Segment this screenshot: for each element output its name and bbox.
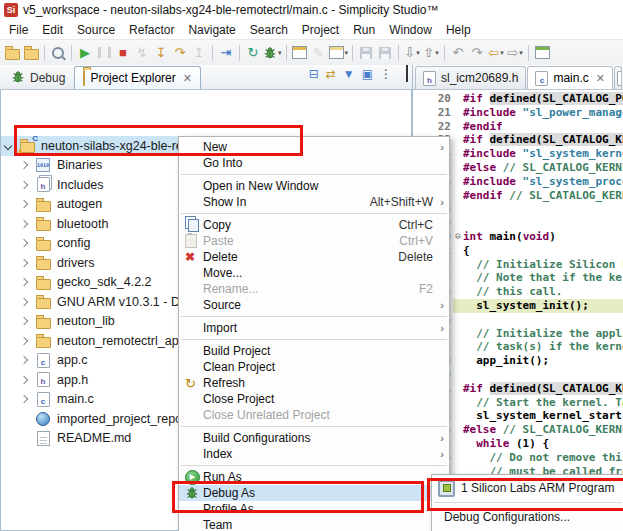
search-icon[interactable] [49, 43, 67, 63]
stop-icon[interactable]: ■ [114, 43, 132, 63]
submenu-item-debug-configurations[interactable]: Debug Configurations... [432, 506, 623, 528]
menu-run[interactable]: Run [346, 21, 382, 39]
debug-icon[interactable]: ▾ [263, 43, 282, 63]
chevron-right-icon[interactable] [20, 376, 28, 384]
new-wizard-icon[interactable]: ▾ [329, 43, 349, 63]
editor-tab-stub[interactable]: c [614, 66, 622, 89]
editor-tab-sl-icm20689-h[interactable]: hsl_icm20689.h [415, 66, 526, 89]
back-icon[interactable]: ⇦▾ [487, 43, 505, 63]
edit-icon[interactable]: ✎ [310, 43, 328, 63]
menu-item-open-in-new-window[interactable]: Open in New Window [179, 178, 449, 194]
build-folder-icon[interactable] [22, 43, 40, 63]
launch-icon[interactable]: ↻ [244, 43, 262, 63]
chevron-down-icon[interactable] [4, 142, 12, 150]
chevron-right-icon[interactable] [20, 298, 28, 306]
step-over-icon[interactable]: ↷ [171, 43, 189, 63]
menu-item-rename[interactable]: Rename...F2 [179, 281, 449, 297]
chevron-right-icon[interactable] [20, 239, 28, 247]
menu-item-go-into[interactable]: Go Into [179, 155, 449, 171]
tab-project-explorer[interactable]: Project Explorer✕ [74, 66, 201, 89]
menu-item-move[interactable]: Move... [179, 265, 449, 281]
chevron-right-icon[interactable] [20, 395, 28, 403]
chevron-right-icon[interactable] [20, 337, 28, 345]
menu-edit[interactable]: Edit [35, 21, 70, 39]
menu-item-copy[interactable]: CopyCtrl+C [179, 217, 449, 233]
save-icon[interactable] [357, 43, 375, 63]
pause-icon[interactable] [95, 43, 113, 63]
menu-source[interactable]: Source [70, 21, 122, 39]
chevron-right-icon[interactable] [20, 317, 28, 325]
toolbar-separator [239, 45, 240, 61]
menu-item-close-project[interactable]: Close Project [179, 391, 449, 407]
chevron-right-icon[interactable] [20, 181, 28, 189]
open-perspective-icon[interactable] [291, 43, 309, 63]
back-history-icon[interactable]: ↶ [449, 43, 467, 63]
editor-tab-main-c[interactable]: cmain.c✕ [527, 66, 613, 89]
code-text [463, 216, 623, 230]
menu-item-clean-project[interactable]: Clean Project [179, 359, 449, 375]
step-return-icon[interactable]: ↥ [190, 43, 208, 63]
fold-column [453, 133, 463, 147]
menu-item-new[interactable]: New› [179, 139, 449, 155]
menu-item-show-in[interactable]: Show InAlt+Shift+W› [179, 194, 449, 210]
import-icon[interactable]: ⇩▾ [403, 43, 421, 63]
menu-item-delete[interactable]: ✖DeleteDelete [179, 249, 449, 265]
export-icon[interactable]: ⇧▾ [422, 43, 440, 63]
close-icon[interactable]: ✕ [183, 72, 192, 85]
menu-item-label: Debug As [203, 486, 433, 500]
menu-item-build-configurations[interactable]: Build Configurations› [179, 430, 449, 446]
fold-column [453, 313, 463, 327]
maximize-icon[interactable] [406, 68, 408, 80]
menu-item-label: Open in New Window [203, 179, 433, 193]
resume-icon[interactable]: ▶ [76, 43, 94, 63]
open-folder-icon[interactable] [3, 43, 21, 63]
chevron-right-icon[interactable] [20, 161, 28, 169]
collapse-all-icon[interactable]: ⊟ [309, 68, 319, 80]
folder-icon [35, 236, 51, 251]
code-line-27: 27#endif // SL_CATALOG_KERNEL_PRESENT [429, 189, 623, 203]
menu-window[interactable]: Window [382, 21, 439, 39]
chevron-right-icon[interactable] [20, 356, 28, 364]
chevron-right-icon[interactable] [20, 200, 28, 208]
menu-item-refresh[interactable]: ↻Refresh [179, 375, 449, 391]
menu-project[interactable]: Project [295, 21, 346, 39]
code-line-41: 41#if defined(SL_CATALOG_KERNEL_PRESENT) [429, 382, 623, 396]
menu-item-close-unrelated-project[interactable]: Close Unrelated Project [179, 407, 449, 423]
submenu-arrow-icon: › [440, 141, 444, 153]
menu-navigate[interactable]: Navigate [181, 21, 242, 39]
new-window-icon[interactable] [533, 43, 551, 63]
view-menu-icon[interactable]: ⋮ [380, 68, 392, 80]
menu-item-build-project[interactable]: Build Project [179, 343, 449, 359]
chevron-right-icon[interactable] [20, 259, 28, 267]
menu-item-profile-as[interactable]: Profile As› [179, 501, 449, 517]
menu-help[interactable]: Help [439, 21, 478, 39]
chevron-right-icon[interactable] [20, 220, 28, 228]
step-into-icon[interactable]: ↧ [152, 43, 170, 63]
fold-marker-icon[interactable]: ⊖ [453, 230, 463, 244]
disconnect-icon[interactable]: ↯ [133, 43, 151, 63]
menu-search[interactable]: Search [243, 21, 295, 39]
save-all-icon[interactable] [376, 43, 394, 63]
menu-item-source[interactable]: Source› [179, 297, 449, 313]
tree-item-label: config [55, 236, 92, 250]
close-icon[interactable]: ✕ [596, 72, 605, 85]
forward-history-icon[interactable]: ↷ [468, 43, 486, 63]
menu-item-index[interactable]: Index› [179, 446, 449, 462]
menu-item-team[interactable]: Team› [179, 517, 449, 531]
tab-debug[interactable]: Debug [2, 66, 74, 89]
menu-item-import[interactable]: Import› [179, 320, 449, 336]
menu-item-debug-as[interactable]: Debug As› [179, 485, 449, 501]
chevron-right-icon[interactable] [20, 278, 28, 286]
tree-item-label: gecko_sdk_4.2.2 [55, 275, 154, 289]
menu-refactor[interactable]: Refactor [122, 21, 181, 39]
filter-icon[interactable]: ▼ [343, 68, 355, 80]
menu-item-paste[interactable]: PasteCtrl+V [179, 233, 449, 249]
menu-item-run-as[interactable]: ▶Run As› [179, 469, 449, 485]
focus-icon[interactable]: ▣ [362, 68, 373, 80]
submenu-item-1-silicon-labs-arm-program[interactable]: 1 Silicon Labs ARM Program [432, 477, 623, 499]
link-with-editor-icon[interactable]: ⇄ [326, 68, 336, 80]
code-text: // Initialize Silicon Labs device, syste… [463, 258, 623, 272]
forward-icon[interactable]: ⇨▾ [506, 43, 524, 63]
menu-file[interactable]: File [2, 21, 35, 39]
run-to-line-icon[interactable]: ⇥ [217, 43, 235, 63]
